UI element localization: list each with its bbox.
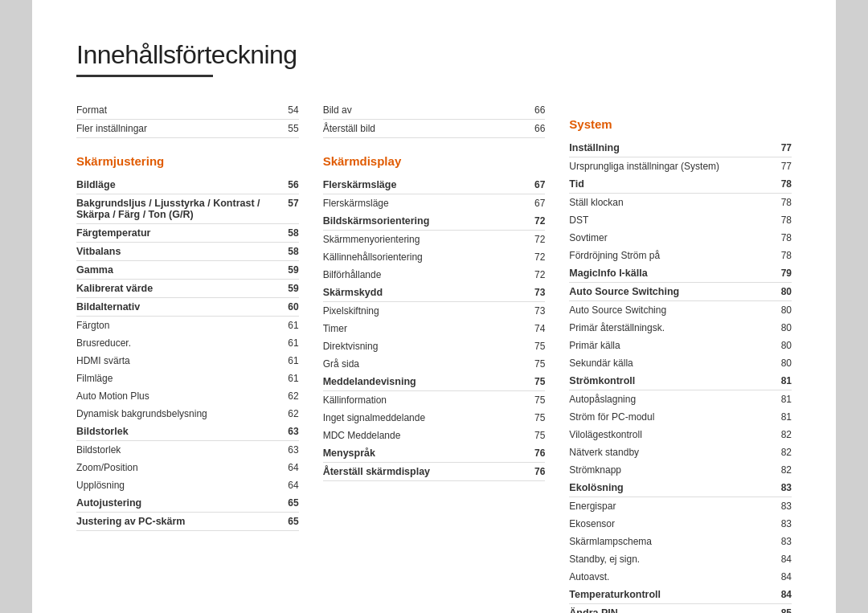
title-underline xyxy=(76,75,213,77)
toc-row: Auto Source Switching80 xyxy=(569,283,792,301)
toc-page-num: 72 xyxy=(525,251,545,263)
toc-page-num: 82 xyxy=(772,464,792,476)
toc-label: Färgtemperatur xyxy=(76,227,279,239)
toc-page-num: 63 xyxy=(279,426,299,437)
toc-label: Autoavst. xyxy=(569,571,772,582)
toc-row: DST78 xyxy=(569,211,792,229)
toc-row: Autojustering65 xyxy=(76,494,299,513)
toc-row: Bakgrundsljus / Ljusstyrka / Kontrast / … xyxy=(76,194,299,224)
toc-row: Strömknapp82 xyxy=(569,461,792,479)
toc-row: Standby, ej sign.84 xyxy=(569,550,792,568)
toc-page-num: 80 xyxy=(772,358,792,369)
toc-label: DST xyxy=(569,215,772,226)
toc-page-num: 67 xyxy=(525,198,545,209)
toc-row: Ursprungliga inställningar (System)77 xyxy=(569,157,792,175)
toc-row: Nätverk standby82 xyxy=(569,443,792,461)
toc-page-num: 76 xyxy=(525,466,545,477)
toc-page-num: 73 xyxy=(525,287,545,298)
toc-page-num: 55 xyxy=(279,123,299,134)
toc-page-num: 75 xyxy=(525,430,545,441)
toc-page-num: 81 xyxy=(772,375,792,386)
toc-page-num: 81 xyxy=(772,411,792,423)
toc-page-num: 60 xyxy=(279,301,299,313)
toc-page-num: 81 xyxy=(772,394,792,405)
toc-page-num: 58 xyxy=(279,227,299,239)
toc-row: Autopåslagning81 xyxy=(569,390,792,408)
toc-page-num: 72 xyxy=(525,269,545,280)
toc-row: Skärmmenyorientering72 xyxy=(323,231,546,248)
toc-page-num: 78 xyxy=(772,250,792,261)
toc-page-num: 80 xyxy=(772,304,792,316)
toc-label: Primär återställningsk. xyxy=(569,322,772,333)
toc-row: Flerskärmsläge67 xyxy=(323,194,546,212)
toc-row: Energispar83 xyxy=(569,497,792,515)
toc-row: Inget signalmeddelande75 xyxy=(323,409,546,427)
toc-page-num: 77 xyxy=(772,142,792,153)
toc-label: Ström för PC-modul xyxy=(569,411,772,423)
toc-page-num: 59 xyxy=(279,283,299,294)
toc-row: Bildstorlek63 xyxy=(76,441,299,459)
toc-label: Meddelandevisning xyxy=(323,376,526,387)
toc-page-num: 75 xyxy=(525,376,545,387)
toc-page-num: 84 xyxy=(772,589,792,600)
toc-label: Bildläge xyxy=(76,179,279,190)
toc-label: Skärmmenyorientering xyxy=(323,234,526,245)
toc-page-num: 59 xyxy=(279,264,299,276)
toc-page-num: 64 xyxy=(279,462,299,473)
toc-page-num: 73 xyxy=(525,305,545,317)
toc-page-num: 61 xyxy=(279,373,299,384)
toc-row: Inställning77 xyxy=(569,139,792,157)
toc-label: Temperaturkontroll xyxy=(569,589,772,600)
toc-label: Ändra PIN xyxy=(569,607,772,613)
col3-sections: SystemInställning77Ursprungliga inställn… xyxy=(569,117,792,613)
toc-label: Format xyxy=(76,104,279,116)
toc-page-num: 65 xyxy=(279,516,299,527)
column-3: SystemInställning77Ursprungliga inställn… xyxy=(569,101,792,613)
toc-page-num: 78 xyxy=(772,215,792,226)
toc-label: Bildstorlek xyxy=(76,444,279,456)
toc-row: Auto Source Switching80 xyxy=(569,301,792,319)
toc-row: Ekosensor83 xyxy=(569,515,792,533)
toc-row: Filmläge61 xyxy=(76,370,299,387)
toc-label: Filmläge xyxy=(76,373,279,384)
toc-page-num: 76 xyxy=(525,447,545,459)
toc-row: Bild av66 xyxy=(323,101,546,120)
toc-row: Ström för PC-modul81 xyxy=(569,408,792,426)
toc-page-num: 61 xyxy=(279,355,299,366)
toc-page-num: 65 xyxy=(279,497,299,509)
toc-row: Dynamisk bakgrundsbelysning62 xyxy=(76,405,299,423)
toc-page-num: 78 xyxy=(772,197,792,208)
toc-label: Direktvisning xyxy=(323,341,526,352)
toc-row: Auto Motion Plus62 xyxy=(76,387,299,405)
toc-page-num: 82 xyxy=(772,429,792,440)
toc-row: HDMI svärta61 xyxy=(76,352,299,370)
toc-page-num: 84 xyxy=(772,554,792,565)
toc-row: Menyspråk76 xyxy=(323,444,546,463)
toc-page-num: 77 xyxy=(772,161,792,172)
toc-row: Bildalternativ60 xyxy=(76,298,299,317)
toc-row: Bildstorlek63 xyxy=(76,423,299,441)
toc-label: Ekolösning xyxy=(569,482,772,493)
toc-label: Sekundär källa xyxy=(569,358,772,369)
col1-top-items: Format54Fler inställningar55 xyxy=(76,101,299,138)
toc-label: Vilolägestkontroll xyxy=(569,429,772,440)
toc-page-num: 83 xyxy=(772,518,792,529)
toc-page-num: 72 xyxy=(525,215,545,227)
toc-row: Strömkontroll81 xyxy=(569,372,792,390)
toc-label: Återställ bild xyxy=(323,123,526,134)
toc-row: Vitbalans58 xyxy=(76,243,299,261)
toc-label: Upplösning xyxy=(76,480,279,491)
toc-label: Menyspråk xyxy=(323,447,526,459)
toc-row: Sekundär källa80 xyxy=(569,354,792,372)
toc-row: Upplösning64 xyxy=(76,476,299,494)
toc-label: Grå sida xyxy=(323,358,526,370)
toc-label: Primär källa xyxy=(569,340,772,351)
toc-row: Tid78 xyxy=(569,175,792,194)
toc-row: Källinnehållsorientering72 xyxy=(323,248,546,266)
toc-label: Standby, ej sign. xyxy=(569,554,772,565)
toc-label: Återställ skärmdisplay xyxy=(323,466,526,477)
toc-page-num: 75 xyxy=(525,358,545,370)
col2-top-items: Bild av66Återställ bild66 xyxy=(323,101,546,138)
toc-row: Fördröjning Ström på78 xyxy=(569,247,792,264)
toc-label: Bildalternativ xyxy=(76,301,279,313)
